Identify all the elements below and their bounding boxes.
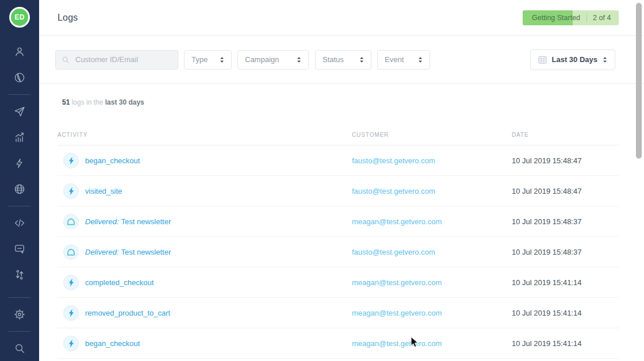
customer-link[interactable]: meagan@test.getvero.com: [352, 278, 442, 287]
event-type-icon: [63, 275, 79, 290]
sync-arrows-icon: [13, 268, 26, 281]
paper-plane-icon: [13, 105, 26, 118]
sidebar-divider: [9, 206, 30, 206]
customer-cell: meagan@test.getvero.com: [352, 338, 512, 348]
activity-link[interactable]: began_checkout: [85, 339, 140, 348]
sidebar-item-settings[interactable]: [13, 308, 26, 321]
customer-link[interactable]: meagan@test.getvero.com: [352, 217, 442, 226]
activity-link[interactable]: removed_product_to_cart: [85, 309, 170, 317]
date-range-picker[interactable]: Last 30 Days: [530, 49, 616, 70]
type-filter-dropdown[interactable]: Type: [184, 50, 232, 70]
sidebar-item-reports[interactable]: [13, 130, 26, 144]
activity-name: Test newsletter: [121, 248, 171, 256]
sidebar-item-campaigns[interactable]: [13, 105, 26, 118]
customer-cell: meagan@test.getvero.com: [352, 216, 512, 226]
activity-name: visited_site: [85, 187, 122, 195]
table-row: completed_checkout meagan@test.getvero.c…: [57, 267, 619, 298]
getting-started-separator: [586, 13, 587, 22]
sidebar-nav: [9, 45, 30, 355]
getting-started-badge[interactable]: Getting Started 2 of 4: [523, 10, 619, 25]
event-filter-dropdown[interactable]: Event: [377, 50, 430, 70]
chevron-updown-icon: [220, 56, 224, 63]
log-count: 51: [62, 98, 70, 106]
customer-search-box[interactable]: [55, 50, 178, 70]
lightning-icon: [14, 158, 25, 169]
logs-summary: 51 logs in the last 30 days: [62, 98, 619, 106]
chevron-updown-icon: [603, 56, 607, 63]
column-header-customer: CUSTOMER: [352, 132, 512, 138]
customer-link[interactable]: fausto@test.getvero.com: [352, 156, 435, 165]
main-area: Logs Getting Started 2 of 4 Type Campaig…: [39, 0, 644, 361]
avatar[interactable]: ED: [9, 7, 30, 28]
lightning-icon: [68, 187, 75, 195]
scrollbar-thumb[interactable]: [636, 3, 642, 159]
table-row: began_checkout meagan@test.getvero.com 1…: [57, 328, 619, 359]
column-header-date: DATE: [512, 132, 619, 138]
log-date: 10 Jul 2019 15:41:14: [512, 309, 619, 317]
type-filter-label: Type: [191, 55, 208, 64]
sidebar-divider: [9, 297, 30, 298]
calendar-icon: [538, 55, 547, 64]
page-title: Logs: [57, 13, 78, 23]
sidebar-item-customers[interactable]: [13, 45, 26, 59]
customer-link[interactable]: fausto@test.getvero.com: [352, 248, 435, 256]
sidebar-item-events[interactable]: [13, 156, 26, 170]
customer-search-input[interactable]: [74, 55, 172, 64]
globe-icon: [13, 183, 26, 195]
delivered-mail-icon: [67, 218, 75, 225]
activity-cell: visited_site: [57, 183, 352, 199]
log-date: 10 Jul 2019 15:48:47: [512, 156, 619, 165]
page-header: Logs Getting Started 2 of 4: [39, 0, 644, 36]
status-filter-dropdown[interactable]: Status: [315, 50, 371, 70]
activity-cell: began_checkout: [57, 336, 352, 351]
activity-cell: completed_checkout: [57, 275, 352, 290]
activity-cell: began_checkout: [57, 153, 352, 168]
summary-text: logs in the: [70, 98, 105, 106]
sidebar-item-code[interactable]: [13, 216, 26, 230]
activity-prefix: Delivered:: [85, 217, 119, 226]
sidebar-item-explore[interactable]: [13, 182, 26, 196]
sidebar-item-support[interactable]: [13, 242, 26, 256]
activity-link[interactable]: began_checkout: [85, 156, 140, 165]
activity-name: removed_product_to_cart: [85, 309, 170, 317]
activity-link[interactable]: visited_site: [85, 187, 122, 195]
user-icon: [13, 45, 26, 58]
table-row: began_checkout fausto@test.getvero.com 1…: [57, 145, 619, 176]
campaign-filter-dropdown[interactable]: Campaign: [237, 50, 309, 70]
activity-link[interactable]: Delivered:Test newsletter: [85, 217, 171, 226]
customer-cell: meagan@test.getvero.com: [352, 277, 512, 287]
activity-cell: removed_product_to_cart: [57, 305, 352, 321]
sidebar: ED: [0, 0, 39, 361]
sidebar-item-search[interactable]: [13, 341, 26, 355]
activity-name: Test newsletter: [121, 217, 171, 226]
gear-icon: [13, 308, 26, 321]
log-date: 10 Jul 2019 15:48:47: [512, 187, 619, 195]
getting-started-label: Getting Started: [532, 14, 580, 22]
table-row: Delivered:Test newsletter meagan@test.ge…: [57, 206, 619, 237]
log-date: 10 Jul 2019 15:48:37: [512, 248, 619, 256]
lightning-icon: [68, 278, 75, 287]
activity-link[interactable]: Delivered:Test newsletter: [85, 248, 171, 256]
table-row: Delivered:Test newsletter fausto@test.ge…: [57, 237, 619, 267]
sidebar-item-segments[interactable]: [13, 71, 26, 85]
activity-cell: Delivered:Test newsletter: [57, 214, 352, 229]
activity-link[interactable]: completed_checkout: [85, 278, 154, 287]
delivered-type-icon: [63, 214, 79, 229]
chat-icon: [13, 243, 26, 255]
activity-name: began_checkout: [85, 339, 140, 348]
summary-range: last 30 days: [105, 98, 144, 106]
log-date: 10 Jul 2019 15:41:14: [512, 278, 619, 287]
getting-started-progress-count: 2 of 4: [593, 14, 611, 22]
customer-link[interactable]: fausto@test.getvero.com: [352, 187, 435, 195]
table-header-row: ACTIVITY CUSTOMER DATE: [57, 106, 619, 145]
activity-cell: Delivered:Test newsletter: [57, 244, 352, 260]
search-icon: [62, 56, 70, 64]
activity-prefix: Delivered:: [85, 248, 119, 256]
code-icon: [13, 217, 26, 229]
customer-link[interactable]: meagan@test.getvero.com: [352, 309, 442, 317]
customer-link[interactable]: meagan@test.getvero.com: [352, 339, 442, 348]
sidebar-item-integrations[interactable]: [13, 268, 26, 282]
chevron-updown-icon: [359, 56, 364, 63]
date-range-label: Last 30 Days: [552, 55, 598, 64]
delivered-type-icon: [63, 244, 79, 260]
